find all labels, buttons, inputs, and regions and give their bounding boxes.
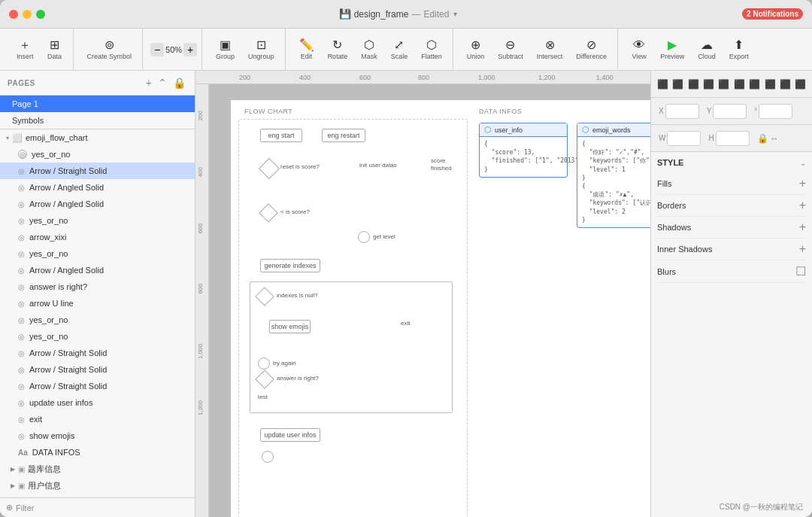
layer-answer-is-right[interactable]: ◎ answer is right? — [0, 278, 195, 295]
ungroup-button[interactable]: ⊡ Ungroup — [242, 36, 280, 63]
cloud-button[interactable]: ☁ Cloud — [692, 36, 722, 63]
bottom-circle[interactable] — [262, 451, 274, 463]
align-top-button[interactable]: ⬛ — [717, 75, 731, 94]
design-frame[interactable]: FLOW CHART DATA INFOS eng start eng rest… — [230, 99, 650, 517]
layer-arrow-xixi[interactable]: ◎ arrow_xixi — [0, 229, 195, 245]
page-item-symbols[interactable]: Symbols — [0, 112, 195, 129]
x-label: X — [659, 107, 664, 115]
edit-button[interactable]: ✏️ Edit — [293, 36, 320, 63]
align-left-button[interactable]: ⬛ — [656, 75, 669, 94]
zoom-in-button[interactable]: + — [183, 43, 197, 56]
h-input[interactable] — [716, 131, 750, 146]
main-flow-box[interactable]: indexes is null? show emojis try again a… — [250, 281, 453, 413]
generate-indexes-box[interactable]: generate indexes — [260, 259, 320, 272]
canvas-content[interactable]: FLOW CHART DATA INFOS eng start eng rest… — [209, 84, 650, 517]
insert-group: ＋ Insert ⊞ Data — [6, 29, 74, 70]
layer-exit[interactable]: ◎ exit — [0, 411, 195, 427]
answer-is-right-diamond[interactable] — [255, 370, 274, 388]
pages-label: PAGES — [8, 79, 35, 87]
data-button[interactable]: ⊞ Data — [41, 36, 68, 63]
fills-add-button[interactable]: + — [799, 177, 806, 190]
w-input[interactable] — [667, 131, 701, 146]
layer-arrow-angled-2[interactable]: ◎ Arrow / Angled Solid — [0, 196, 195, 212]
eng-restart-box[interactable]: eng restart — [322, 129, 365, 142]
difference-button[interactable]: ⊘ Difference — [570, 36, 613, 63]
rotate-cw-button[interactable]: ⬛ — [778, 75, 792, 94]
union-button[interactable]: ⊕ Union — [461, 36, 491, 63]
view-button[interactable]: 👁 View — [626, 36, 653, 63]
rotate-button[interactable]: ↻ Rotate — [322, 36, 354, 63]
layer-group-user-info[interactable]: ▶ ▣ 用户信息 — [0, 477, 195, 494]
add-page-button[interactable]: + — [144, 75, 153, 90]
distribute-v-button[interactable]: ⬛ — [763, 75, 777, 94]
style-header: STYLE ⌄ — [657, 158, 806, 167]
lock-ratio-icon[interactable]: 🔒 — [757, 133, 768, 144]
align-right-button[interactable]: ⬛ — [686, 75, 700, 94]
export-button[interactable]: ⬆ Export — [723, 36, 755, 63]
create-symbol-button[interactable]: ⊚ Create Symbol — [81, 36, 138, 63]
rotation-input[interactable] — [759, 104, 792, 119]
minimize-button[interactable] — [23, 10, 32, 19]
canvas-area[interactable]: 200 400 600 800 1,000 1,200 1,400 200 40… — [195, 71, 650, 517]
align-center-v-button[interactable]: ⬛ — [732, 75, 746, 94]
insert-button[interactable]: ＋ Insert — [11, 36, 40, 63]
layer-arrow-straight-2[interactable]: ◎ Arrow / Straight Solid — [0, 345, 195, 361]
blurs-add-button[interactable]: ☐ — [795, 264, 806, 278]
update-user-infos-box[interactable]: update user infos — [260, 428, 320, 442]
zoom-out-button[interactable]: − — [150, 43, 164, 56]
layer-emoji-flow-chart[interactable]: ▾ ⬜ emoji_flow_chart — [0, 129, 195, 146]
emoji-words-card[interactable]: ⬡ emoji_words { "你好": "✓","#", "keywords… — [577, 123, 650, 228]
flatten-button[interactable]: ⬡ Flatten — [415, 36, 448, 63]
layer-yes-or-no-3[interactable]: ◎ yes_or_no — [0, 245, 195, 262]
style-chevron-icon[interactable]: ⌄ — [800, 159, 806, 167]
collapse-pages-button[interactable]: ⌃ — [156, 75, 168, 90]
mask-button[interactable]: ⬡ Mask — [355, 36, 383, 63]
get-level-circle[interactable] — [358, 231, 370, 243]
try-again-circle[interactable] — [258, 357, 270, 370]
layer-yes-or-no-2[interactable]: ◎ yes_or_no — [0, 212, 195, 229]
flip-h-button[interactable]: ⬛ — [794, 75, 807, 94]
symbol-icon: ◎ — [18, 415, 25, 424]
edit-tools-group: ✏️ Edit ↻ Rotate ⬡ Mask ⤢ Scale ⬡ Flatte… — [289, 29, 453, 70]
symbol-icon: ◎ — [18, 349, 25, 357]
page-item-1[interactable]: Page 1 — [0, 96, 195, 112]
reset-is-score-diamond[interactable] — [259, 158, 280, 179]
align-center-h-button[interactable]: ⬛ — [671, 75, 684, 94]
fullscreen-button[interactable] — [36, 10, 45, 19]
layer-arrow-straight-3[interactable]: ◎ Arrow / Straight Solid — [0, 361, 195, 378]
group-button[interactable]: ▣ Group — [210, 36, 241, 63]
flip-icon[interactable]: ↔ — [770, 133, 779, 144]
x-input[interactable] — [665, 104, 699, 119]
layer-arrow-angled-1[interactable]: ◎ Arrow / Angled Solid — [0, 179, 195, 196]
inner-shadows-add-button[interactable]: + — [799, 242, 806, 256]
align-bottom-button[interactable]: ⬛ — [747, 75, 761, 94]
show-emojis-box[interactable]: show emojis — [269, 320, 311, 333]
y-input[interactable] — [713, 104, 747, 119]
user-info-card[interactable]: ⬡ user_info { "score": 13, "finished": [… — [479, 123, 568, 178]
layer-show-emojis[interactable]: ◎ show emojis — [0, 427, 195, 444]
notification-badge[interactable]: 2 Notifications — [742, 8, 803, 20]
distribute-h-button[interactable]: ⬛ — [701, 75, 715, 94]
layer-arrow-straight-4[interactable]: ◎ Arrow / Straight Solid — [0, 378, 195, 394]
scale-button[interactable]: ⤢ Scale — [385, 36, 414, 63]
layer-data-infos[interactable]: Aa DATA INFOS — [0, 444, 195, 461]
eng-start-box[interactable]: eng start — [260, 129, 302, 142]
layer-update-user-infos[interactable]: ◎ update user infos — [0, 394, 195, 411]
intersect-button[interactable]: ⊗ Intersect — [531, 36, 569, 63]
layer-yes-or-no-4[interactable]: ◎ yes_or_no — [0, 312, 195, 328]
layer-arrow-straight-1[interactable]: ◎ Arrow / Straight Solid — [0, 163, 195, 179]
layer-yes-or-no-5[interactable]: ◎ yes_or_no — [0, 328, 195, 345]
layer-arrow-u-line[interactable]: ◎ arrow U line — [0, 295, 195, 312]
subtract-button[interactable]: ⊖ Subtract — [492, 36, 529, 63]
layer-group-questions[interactable]: ▶ ▣ 题库信息 — [0, 461, 195, 477]
shadows-add-button[interactable]: + — [799, 220, 806, 234]
is-score-diamond[interactable] — [259, 203, 277, 222]
reset-is-score-label: reset is score? — [280, 163, 320, 170]
close-button[interactable] — [9, 10, 18, 19]
preview-button[interactable]: ▶ Preview — [654, 36, 690, 63]
layer-arrow-angled-3[interactable]: ◎ Arrow / Angled Solid — [0, 262, 195, 278]
layer-yes-or-no-1[interactable]: ◎ yes_or_no — [0, 146, 195, 163]
borders-add-button[interactable]: + — [799, 199, 806, 212]
inner-shadows-label: Inner Shadows — [657, 245, 712, 254]
indexes-is-null-diamond[interactable] — [255, 287, 274, 306]
